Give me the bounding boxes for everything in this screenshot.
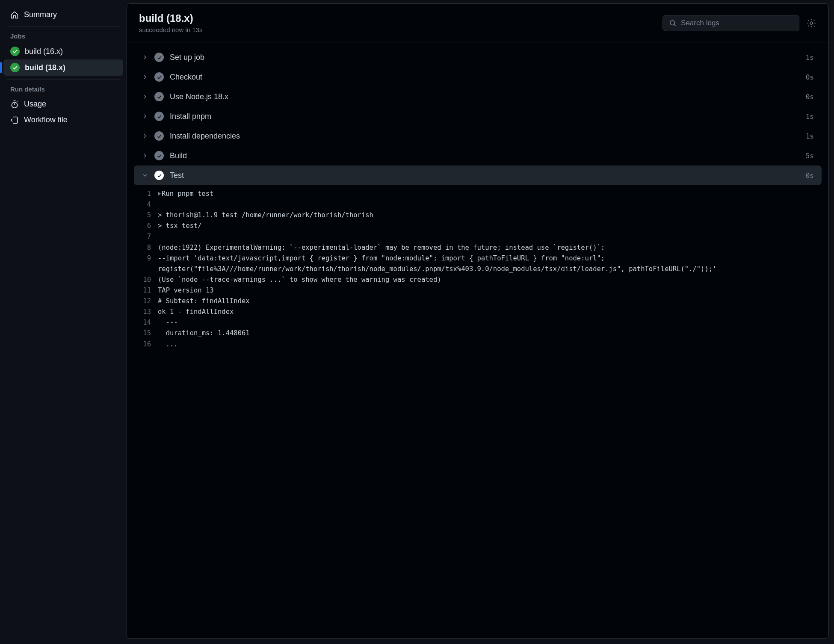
log-line-text: TAP version 13 xyxy=(158,285,815,296)
chevron-down-icon xyxy=(142,172,148,179)
home-icon xyxy=(10,11,19,19)
job-header: build (18.x) succeeded now in 13s xyxy=(127,4,828,42)
settings-button[interactable] xyxy=(806,18,816,28)
log-line-number: 1 xyxy=(134,189,158,199)
step-checkout[interactable]: Checkout 0s xyxy=(134,67,822,87)
chevron-right-icon xyxy=(142,74,148,80)
sidebar-jobs-heading: Jobs xyxy=(3,32,123,43)
job-title: build (18.x) xyxy=(139,12,202,24)
log-line: 13ok 1 - findAllIndex xyxy=(134,307,815,317)
log-line-number: 11 xyxy=(134,285,158,296)
log-line-text: (node:1922) ExperimentalWarning: `--expe… xyxy=(158,242,815,253)
log-line: 4 xyxy=(134,199,815,210)
gear-icon xyxy=(806,18,816,28)
chevron-right-icon xyxy=(142,152,148,159)
check-circle-icon xyxy=(154,53,164,62)
log-line-number: 15 xyxy=(134,328,158,339)
check-circle-icon xyxy=(154,72,164,82)
log-line-number: 13 xyxy=(134,307,158,317)
log-line-text: duration_ms: 1.448061 xyxy=(158,328,815,339)
step-set-up-job[interactable]: Set up job 1s xyxy=(134,47,822,67)
sidebar-usage[interactable]: Usage xyxy=(3,96,123,112)
sidebar: Summary Jobs build (16.x) build (18.x) R… xyxy=(0,0,127,644)
log-line-text: # Subtest: findAllIndex xyxy=(158,296,815,307)
step-duration: 0s xyxy=(806,171,814,180)
log-line: 15 duration_ms: 1.448061 xyxy=(134,328,815,339)
step-duration: 0s xyxy=(806,93,814,101)
log-line-number: 8 xyxy=(134,242,158,253)
log-line-text: > thorish@1.1.9 test /home/runner/work/t… xyxy=(158,210,815,221)
sidebar-job-build-16x[interactable]: build (16.x) xyxy=(3,43,123,59)
step-label: Checkout xyxy=(170,73,800,82)
svg-line-2 xyxy=(674,24,676,26)
chevron-right-icon xyxy=(142,113,148,120)
stopwatch-icon xyxy=(10,100,19,109)
step-test[interactable]: Test 0s xyxy=(134,165,822,185)
search-logs-input[interactable] xyxy=(681,19,793,27)
sidebar-workflow-file-label: Workflow file xyxy=(24,115,68,124)
check-circle-icon xyxy=(154,131,164,141)
job-subtitle: succeeded now in 13s xyxy=(139,26,202,33)
log-line-text: --- xyxy=(158,317,815,328)
sidebar-workflow-file[interactable]: Workflow file xyxy=(3,112,123,128)
svg-point-3 xyxy=(810,22,813,24)
step-duration: 1s xyxy=(806,132,814,140)
step-label: Use Node.js 18.x xyxy=(170,92,800,101)
log-line-number: 4 xyxy=(134,199,158,210)
chevron-right-icon xyxy=(142,133,148,139)
log-line-text: > tsx test/ xyxy=(158,221,815,231)
step-install-deps[interactable]: Install dependencies 1s xyxy=(134,126,822,146)
check-circle-icon xyxy=(154,112,164,121)
sidebar-job-label: build (16.x) xyxy=(25,47,63,56)
step-install-pnpm[interactable]: Install pnpm 1s xyxy=(134,106,822,126)
steps-list: Set up job 1s Checkout 0s Use Node.js 18… xyxy=(127,42,828,638)
sidebar-summary[interactable]: Summary xyxy=(3,7,123,23)
log-line-number: 7 xyxy=(134,231,158,242)
sidebar-summary-label: Summary xyxy=(24,10,57,19)
divider xyxy=(7,26,120,27)
step-build[interactable]: Build 5s xyxy=(134,146,822,165)
workflow-file-icon xyxy=(10,116,19,124)
sidebar-run-details-heading: Run details xyxy=(3,85,123,96)
step-label: Set up job xyxy=(170,53,800,62)
log-line-number: 10 xyxy=(134,275,158,285)
log-line: 8(node:1922) ExperimentalWarning: `--exp… xyxy=(134,242,815,253)
log-line: 7 xyxy=(134,231,815,242)
log-line-text: Run pnpm test xyxy=(158,189,815,199)
check-circle-icon xyxy=(154,171,164,180)
step-label: Build xyxy=(170,151,800,160)
log-line: 12# Subtest: findAllIndex xyxy=(134,296,815,307)
check-circle-icon xyxy=(154,92,164,101)
log-line-number: 14 xyxy=(134,317,158,328)
check-circle-icon xyxy=(10,63,20,72)
log-line: 14 --- xyxy=(134,317,815,328)
sidebar-job-build-18x[interactable]: build (18.x) xyxy=(3,59,123,76)
log-output: 1Run pnpm test45> thorish@1.1.9 test /ho… xyxy=(134,185,822,353)
log-line: 9--import 'data:text/javascript,import {… xyxy=(134,253,815,275)
svg-point-1 xyxy=(670,20,675,25)
step-use-node[interactable]: Use Node.js 18.x 0s xyxy=(134,87,822,106)
sidebar-job-label: build (18.x) xyxy=(25,63,65,72)
main-panel: build (18.x) succeeded now in 13s Set up… xyxy=(127,3,829,639)
step-label: Install dependencies xyxy=(170,132,800,141)
log-line-number: 12 xyxy=(134,296,158,307)
log-line: 5> thorish@1.1.9 test /home/runner/work/… xyxy=(134,210,815,221)
log-line-number: 6 xyxy=(134,221,158,231)
log-line-number: 9 xyxy=(134,253,158,264)
chevron-right-icon xyxy=(142,54,148,61)
log-line: 16 ... xyxy=(134,339,815,350)
check-circle-icon xyxy=(154,151,164,160)
log-line-text: --import 'data:text/javascript,import { … xyxy=(158,253,815,275)
sidebar-usage-label: Usage xyxy=(24,100,46,109)
log-line: 10(Use `node --trace-warnings ...` to sh… xyxy=(134,275,815,285)
log-line: 6> tsx test/ xyxy=(134,221,815,231)
search-icon xyxy=(669,19,677,27)
step-duration: 0s xyxy=(806,73,814,81)
search-logs-field[interactable] xyxy=(662,15,799,31)
fold-triangle-icon[interactable] xyxy=(158,192,161,196)
log-line-text: ... xyxy=(158,339,815,350)
step-duration: 1s xyxy=(806,112,814,121)
check-circle-icon xyxy=(10,47,20,56)
log-line: 1Run pnpm test xyxy=(134,189,815,199)
log-line: 11TAP version 13 xyxy=(134,285,815,296)
